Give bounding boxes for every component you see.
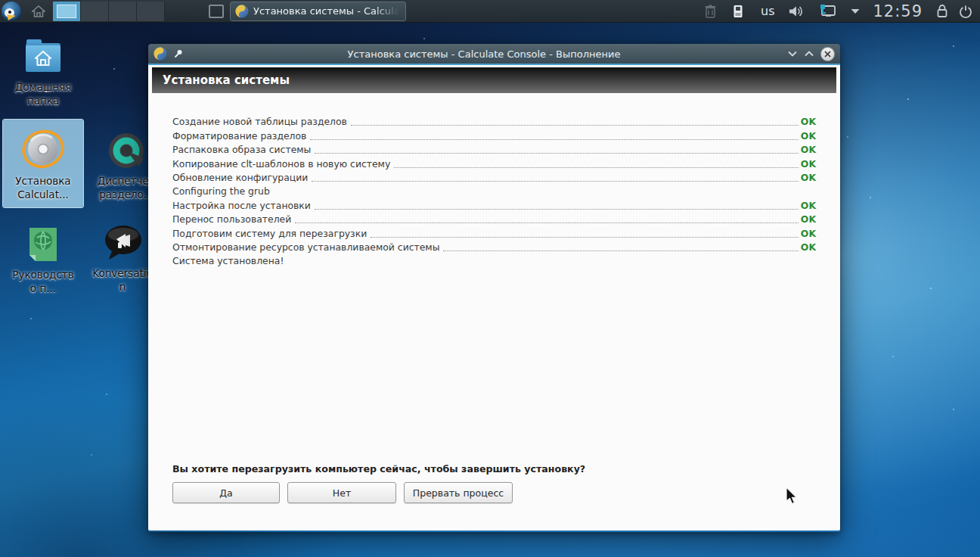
install-steps-list: Создание новой таблицы разделов OK Форма… [152, 114, 836, 267]
calculate-console-window: Установка системы - Calculate Console - … [148, 44, 840, 532]
dotted-leader [351, 125, 799, 126]
lock-screen-icon[interactable] [936, 4, 948, 18]
handbook-icon [3, 226, 83, 263]
pager-desktop-4[interactable] [137, 2, 165, 21]
dotted-leader [310, 139, 798, 140]
step-status: OK [801, 129, 816, 142]
step-row: Распаковка образа системы OK [172, 142, 816, 156]
dotted-leader [295, 222, 799, 223]
pin-keep-above-icon[interactable] [173, 48, 184, 59]
step-label: Форматирование разделов [172, 129, 306, 142]
desktop-icon-label: УстановкаCalculat... [3, 174, 83, 201]
step-row: Подготовим систему для перезагрузки OK [172, 226, 816, 239]
step-row: Configuring the grub [172, 184, 816, 198]
home-folder-icon [3, 36, 83, 76]
step-label: Перенос пользователей [172, 213, 291, 226]
step-status: OK [801, 227, 816, 240]
tray-expander-chevron-down-icon[interactable] [850, 8, 861, 15]
dotted-leader [315, 209, 799, 210]
dotted-leader [312, 181, 799, 182]
window-content: Установка системы Создание новой таблицы… [148, 65, 840, 531]
reboot-question: Вы хотите перезагрузить компьютер сейчас… [172, 463, 836, 475]
dotted-leader [315, 153, 798, 154]
step-label: Настройка после установки [172, 199, 311, 212]
step-row: Копирование clt-шаблонов в новую систему… [172, 156, 816, 170]
page-title: Установка системы [152, 67, 836, 93]
calculate-launcher-icon[interactable] [2, 2, 21, 21]
home-icon[interactable] [30, 3, 47, 20]
step-label: Создание новой таблицы разделов [172, 115, 347, 128]
step-label: Распаковка образа системы [172, 143, 311, 156]
calculate-console-app-icon [235, 5, 249, 18]
abort-process-button[interactable]: Прервать процесс [404, 482, 513, 503]
desktop-icon-label: Домашняяпапка [3, 80, 83, 107]
step-label: Configuring the grub [172, 185, 270, 198]
desktop-icon-calculate-installer[interactable]: УстановкаCalculat... [3, 120, 83, 207]
dotted-leader [443, 250, 798, 251]
yes-button[interactable]: Да [172, 482, 280, 503]
network-icon[interactable] [818, 4, 836, 19]
keyboard-layout-indicator[interactable]: us [761, 4, 774, 18]
trash-icon[interactable] [704, 5, 717, 18]
top-panel: Установка системы - Calculate Co us 12:5… [0, 0, 980, 23]
mouse-cursor [785, 487, 799, 509]
volume-icon[interactable] [788, 5, 803, 18]
step-status: OK [801, 157, 816, 170]
step-row: Форматирование разделов OK [172, 128, 816, 142]
step-status: OK [801, 199, 816, 212]
step-status: OK [801, 115, 816, 128]
step-status: OK [801, 143, 816, 156]
step-row: Отмонтирование ресурсов устанавливаемой … [172, 240, 816, 254]
minimize-button[interactable] [784, 45, 801, 62]
step-status: OK [801, 241, 816, 254]
window-titlebar[interactable]: Установка системы - Calculate Console - … [148, 44, 840, 65]
step-label: Обновление конфигурации [172, 171, 308, 184]
step-row: Создание новой таблицы разделов OK [172, 114, 816, 128]
system-tray: us 12:59 [704, 2, 980, 20]
taskbar-window-button-label: Установка системы - Calculate Co [253, 5, 401, 17]
final-message: Система установлена! [172, 254, 284, 267]
pager-desktop-1[interactable] [53, 2, 81, 21]
step-label: Отмонтирование ресурсов устанавливаемой … [172, 241, 439, 254]
button-row: Да Нет Прервать процесс [172, 482, 836, 503]
show-desktop-icon[interactable] [209, 5, 224, 18]
step-status: OK [801, 213, 816, 226]
dotted-leader [371, 237, 799, 238]
dotted-leader [394, 167, 799, 168]
virtual-desktop-pager [53, 2, 165, 21]
window-app-icon [154, 47, 167, 61]
pager-desktop-3[interactable] [109, 2, 137, 21]
step-row-final-message: Система установлена! [172, 254, 816, 267]
desktop-icon-label: Руководство п... [3, 268, 83, 295]
step-row: Перенос пользователей OK [172, 212, 816, 226]
reboot-prompt-block: Вы хотите перезагрузить компьютер сейчас… [152, 463, 836, 531]
desktop-icon-handbook[interactable]: Руководство п... [3, 226, 83, 295]
clock[interactable]: 12:59 [873, 2, 923, 20]
no-button[interactable]: Нет [287, 482, 396, 503]
maximize-button[interactable] [801, 45, 817, 62]
step-status: OK [801, 171, 816, 184]
pager-desktop-2[interactable] [81, 2, 109, 21]
step-label: Подготовим систему для перезагрузки [172, 227, 367, 240]
desktop-icon-home-folder[interactable]: Домашняяпапка [3, 36, 83, 107]
device-notifier-icon[interactable] [732, 5, 744, 18]
taskbar-window-button[interactable]: Установка системы - Calculate Co [230, 2, 406, 21]
step-label: Копирование clt-шаблонов в новую систему [172, 157, 390, 170]
step-row: Настройка после установки OK [172, 198, 816, 211]
power-icon[interactable] [959, 5, 972, 18]
close-button[interactable] [820, 47, 835, 61]
calculate-installer-cd-icon [3, 129, 83, 170]
step-row: Обновление конфигурации OK [172, 170, 816, 184]
window-title: Установка системы - Calculate Console - … [184, 48, 784, 60]
